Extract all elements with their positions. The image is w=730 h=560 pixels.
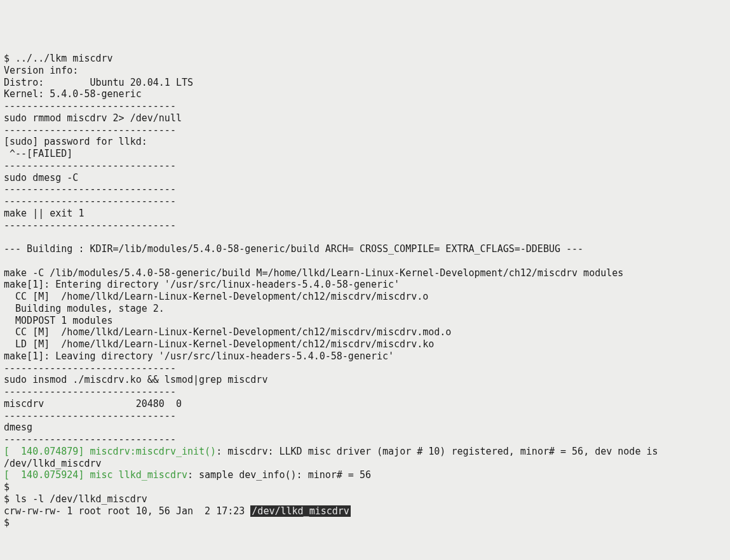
- text-run: /dev/llkd_miscdrv: [4, 458, 102, 469]
- text-run: ------------------------------: [4, 363, 176, 374]
- terminal-line: ------------------------------: [4, 434, 726, 446]
- terminal-line: $ ../../lkm miscdrv: [4, 53, 726, 65]
- text-run: ------------------------------: [4, 434, 176, 445]
- text-run: MODPOST 1 modules: [4, 315, 113, 326]
- terminal-line: make[1]: Leaving directory '/usr/src/lin…: [4, 350, 726, 363]
- terminal-line: ------------------------------: [4, 410, 726, 422]
- text-run: ------------------------------: [4, 124, 176, 136]
- terminal-output: $ ../../lkm miscdrvVersion info:Distro: …: [4, 53, 726, 529]
- terminal-line: Building modules, stage 2.: [4, 303, 726, 315]
- text-run: $ ../../lkm miscdrv: [4, 53, 113, 64]
- text-run: crw-rw-rw- 1 root root 10, 56 Jan 2 17:2…: [4, 505, 250, 517]
- text-run: : miscdrv: LLKD misc driver (major # 10)…: [216, 446, 663, 457]
- text-run: ^--[FAILED]: [4, 148, 72, 159]
- text-run: sudo rmmod miscdrv 2> /dev/null: [4, 112, 182, 124]
- text-run: ------------------------------: [4, 183, 176, 195]
- text-run: --- Building : KDIR=/lib/modules/5.4.0-5…: [4, 243, 583, 255]
- text-run: ------------------------------: [4, 196, 176, 207]
- terminal-line: ------------------------------: [4, 386, 726, 398]
- terminal-line: CC [M] /home/llkd/Learn-Linux-Kernel-Dev…: [4, 291, 726, 303]
- terminal-line: [ 140.075924] misc llkd_miscdrv: sample …: [4, 469, 726, 481]
- text-run: [sudo] password for llkd:: [4, 136, 153, 147]
- text-run: sudo insmod ./miscdrv.ko && lsmod|grep m…: [4, 374, 267, 385]
- text-run: CC [M] /home/llkd/Learn-Linux-Kernel-Dev…: [4, 326, 451, 338]
- terminal-line: LD [M] /home/llkd/Learn-Linux-Kernel-Dev…: [4, 338, 726, 350]
- terminal-line: /dev/llkd_miscdrv: [4, 458, 726, 470]
- terminal-line: $: [4, 517, 726, 529]
- highlighted-text: /dev/llkd_miscdrv: [250, 505, 351, 517]
- terminal-line: $: [4, 481, 726, 493]
- text-run: $: [4, 517, 15, 528]
- text-run: make[1]: Entering directory '/usr/src/li…: [4, 279, 400, 290]
- terminal-line: MODPOST 1 modules: [4, 315, 726, 327]
- terminal-line: [ 140.074879] miscdrv:miscdrv_init(): mi…: [4, 446, 726, 458]
- terminal-line: make || exit 1: [4, 208, 726, 220]
- terminal-line: ------------------------------: [4, 160, 726, 172]
- terminal-line: ------------------------------: [4, 363, 726, 375]
- text-run: ------------------------------: [4, 160, 176, 171]
- terminal-line: ^--[FAILED]: [4, 148, 726, 160]
- terminal-line: make[1]: Entering directory '/usr/src/li…: [4, 279, 726, 291]
- terminal-line: ------------------------------: [4, 220, 726, 232]
- terminal-line: sudo rmmod miscdrv 2> /dev/null: [4, 112, 726, 124]
- text-run: CC [M] /home/llkd/Learn-Linux-Kernel-Dev…: [4, 291, 428, 302]
- terminal-line: [4, 231, 726, 243]
- terminal-line: CC [M] /home/llkd/Learn-Linux-Kernel-Dev…: [4, 326, 726, 338]
- text-run: sudo dmesg -C: [4, 172, 78, 183]
- terminal-line: ------------------------------: [4, 196, 726, 208]
- terminal-line: Distro: Ubuntu 20.04.1 LTS: [4, 77, 726, 89]
- text-run: $: [4, 481, 15, 493]
- text-run: ------------------------------: [4, 100, 176, 112]
- dmesg-colored-text: [ 140.075924]: [4, 469, 90, 481]
- terminal-line: Version info:: [4, 65, 726, 77]
- terminal-line: miscdrv 20480 0: [4, 398, 726, 410]
- text-run: ------------------------------: [4, 386, 176, 397]
- text-run: dmesg: [4, 422, 32, 433]
- text-run: $ ls -l /dev/llkd_miscdrv: [4, 493, 147, 505]
- dmesg-colored-text: misc llkd_miscdrv: [90, 469, 187, 481]
- terminal-line: [4, 255, 726, 267]
- text-run: Building modules, stage 2.: [4, 303, 165, 314]
- terminal-line: ------------------------------: [4, 183, 726, 196]
- terminal-line: ------------------------------: [4, 124, 726, 137]
- dmesg-colored-text: miscdrv:miscdrv_init(): [90, 446, 216, 457]
- terminal-line: [sudo] password for llkd:: [4, 136, 726, 148]
- terminal-line: make -C /lib/modules/5.4.0-58-generic/bu…: [4, 267, 726, 279]
- text-run: Kernel: 5.4.0-58-generic: [4, 88, 142, 100]
- text-run: Version info:: [4, 65, 78, 76]
- text-run: ------------------------------: [4, 220, 176, 231]
- text-run: miscdrv 20480 0: [4, 398, 182, 410]
- text-run: LD [M] /home/llkd/Learn-Linux-Kernel-Dev…: [4, 338, 434, 350]
- text-run: make[1]: Leaving directory '/usr/src/lin…: [4, 350, 394, 362]
- terminal-line: sudo dmesg -C: [4, 172, 726, 184]
- text-run: make || exit 1: [4, 208, 84, 219]
- text-run: Distro: Ubuntu 20.04.1 LTS: [4, 77, 193, 88]
- terminal-line: sudo insmod ./miscdrv.ko && lsmod|grep m…: [4, 374, 726, 386]
- text-run: : sample dev_info(): minor# = 56: [187, 469, 371, 481]
- terminal-line: $ ls -l /dev/llkd_miscdrv: [4, 493, 726, 505]
- terminal-line: crw-rw-rw- 1 root root 10, 56 Jan 2 17:2…: [4, 505, 726, 517]
- terminal-line: dmesg: [4, 422, 726, 434]
- dmesg-colored-text: [ 140.074879]: [4, 446, 90, 457]
- terminal-line: Kernel: 5.4.0-58-generic: [4, 88, 726, 100]
- text-run: make -C /lib/modules/5.4.0-58-generic/bu…: [4, 267, 623, 279]
- terminal-line: --- Building : KDIR=/lib/modules/5.4.0-5…: [4, 243, 726, 255]
- terminal-line: ------------------------------: [4, 100, 726, 112]
- text-run: ------------------------------: [4, 410, 176, 422]
